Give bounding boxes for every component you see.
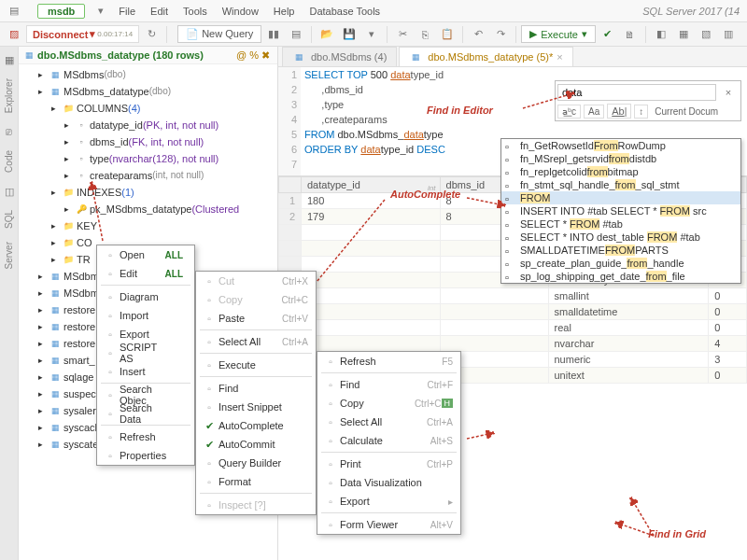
menu-item[interactable]: ✔ AutoCommit [196,435,316,454]
expand-icon[interactable]: ▸ [34,404,47,417]
autocomplete-item[interactable]: ▫INSERT INTO #tab SELECT * FROM src [501,204,740,217]
expand-icon[interactable]: ▸ [34,68,47,81]
rail-explorer[interactable]: Explorer [4,75,14,117]
menu-item[interactable]: ▫ Cut Ctrl+X [196,272,316,290]
rail-sql[interactable]: SQL [4,206,14,232]
find-sel-icon[interactable]: ↕ [634,105,648,119]
rail-icon2[interactable]: ⎚ [0,122,20,141]
tree-node[interactable]: ▸📁COLUMNS (4) [19,100,277,117]
menu-item[interactable]: ▫ Print Ctrl+P [317,455,460,473]
tree-node[interactable]: ▸📁KEY [19,217,277,234]
rail-code[interactable]: Code [4,147,14,176]
autocomplete-item[interactable]: ▫fn_stmt_sql_handle_from_sql_stmt [501,178,740,191]
autocomplete-popup[interactable]: ▫fn_GetRowsetIdFromRowDump▫fn_MSrepl_get… [500,138,741,284]
autocomplete-item[interactable]: ▫FROM [501,191,740,204]
menu-item[interactable]: ▫ Copy Ctrl+C [196,290,316,309]
expand-icon[interactable]: ▸ [60,152,73,165]
expand-icon[interactable]: ▸ [47,236,60,249]
menu-tools[interactable]: Tools [176,4,215,19]
cut-icon[interactable]: ✂ [392,25,413,44]
autocomplete-item[interactable]: ▫SELECT * INTO dest_table FROM #tab [501,231,740,244]
expand-icon[interactable]: ▸ [34,85,47,98]
grid-header[interactable]: datatype_idint [302,177,441,193]
autocomplete-item[interactable]: ▫fn_MSrepl_getsrvidfromdistdb [501,152,740,165]
find-word-icon[interactable]: Ab| [607,104,631,119]
find-regex-icon[interactable]: a͟ᵇc [557,105,581,119]
tree-node[interactable]: ▸▦MSdbms_datatype (dbo) [19,83,277,100]
find-in-editor[interactable]: × a͟ᵇc Aa Ab| ↕ Current Docum [555,80,741,121]
table-row[interactable]: smalldatetime0 [279,304,747,320]
expand-icon[interactable]: ▸ [34,354,47,367]
close-icon[interactable]: × [557,51,562,63]
menu-item[interactable]: ▫ Select All Ctrl+A [317,413,460,431]
menu-item[interactable]: ▫ Select All Ctrl+A [196,332,316,351]
menu-dbtools[interactable]: Database Tools [302,4,388,19]
table-row[interactable]: real0 [279,320,747,336]
menu-help[interactable]: Help [266,4,303,19]
editor-tab[interactable]: ▦ dbo.MSdbms (4) [282,47,397,66]
expand-icon[interactable]: ▸ [34,371,47,384]
autocomplete-item[interactable]: ▫sp_create_plan_guide_from_handle [501,257,740,270]
stop-icon[interactable]: ▨ [4,25,24,44]
expand-icon[interactable]: ▸ [34,337,47,350]
layout2-icon[interactable]: ▤ [286,25,306,44]
menu-item[interactable]: ▫ Properties [97,446,194,465]
menu-item[interactable]: ▫ Refresh [97,427,194,446]
expand-icon[interactable]: ▸ [47,186,60,199]
db-selector[interactable]: msdb [37,4,85,19]
menu-item[interactable]: ▫ Import [97,306,194,325]
menu-item[interactable]: ▫ Find [196,379,316,398]
autocomplete-item[interactable]: ▫sp_log_shipping_get_date_from_file [501,270,740,283]
plan-icon[interactable]: 🗎 [620,25,641,44]
expand-icon[interactable]: ▸ [47,102,60,115]
menu-item[interactable]: ▫ Calculate Alt+S [317,431,460,450]
tool1-icon[interactable]: ◧ [651,25,671,44]
menu-item[interactable]: ▫ Open ALL [97,245,194,264]
rail-icon[interactable]: ▦ [0,50,20,69]
menu-item[interactable]: ▫ Search Objec [97,385,194,404]
save-icon[interactable]: 💾 [339,25,359,44]
find-case-icon[interactable]: Aa [584,105,604,119]
layout-icon[interactable]: ▮▮ [263,25,284,44]
refresh-icon[interactable]: ↻ [141,25,162,44]
dropdown-icon[interactable]: ▾ [91,2,111,21]
expand-icon[interactable]: ▸ [60,119,73,132]
tool2-icon[interactable]: ▦ [673,25,694,44]
paste-icon[interactable]: 📋 [437,25,458,44]
context-menu-grid[interactable]: ▫ Refresh F5 ▫ Find Ctrl+F ▫ Copy Ctrl+C… [317,351,461,535]
context-menu-editor[interactable]: ▫ Cut Ctrl+X ▫ Copy Ctrl+C ▫ Paste Ctrl+… [195,271,317,515]
tree-node[interactable]: ▸▫type (nvarchar(128), not null) [19,150,277,167]
tree-node[interactable]: ▸▫dbms_id (FK, int, not null) [19,133,277,150]
tree-node[interactable]: ▸📁INDEXES (1) [19,184,277,201]
editor-tab-active[interactable]: ▦ dbo.MSdbms_datatype (5)* × [399,47,572,66]
menu-item[interactable]: ✔ AutoComplete [196,416,316,435]
expand-icon[interactable]: ▸ [34,270,47,283]
rail-icon3[interactable]: ◫ [0,182,20,201]
menu-item[interactable]: ▫ Export [97,325,194,343]
tree-node[interactable]: ▸▫datatype_id (PK, int, not null) [19,117,277,133]
tree-node[interactable]: ▸🔑pk_MSdbms_datatype (Clustered [19,201,277,217]
menu-item[interactable]: ▫ Diagram [97,287,194,306]
find-scope[interactable]: Current Docum [651,105,722,118]
autocomplete-item[interactable]: ▫fn_GetRowsetIdFromRowDump [501,139,740,152]
explorer-tab-title[interactable]: dbo.MSdbms_datatype (180 rows) [37,49,204,61]
menu-item[interactable]: ▫ Export ▸ [317,492,460,511]
table-row[interactable]: nvarchar4 [279,336,747,352]
redo-icon[interactable]: ↷ [490,25,511,44]
rail-server[interactable]: Server [4,238,14,273]
table-row[interactable]: smallint0 [279,288,747,304]
menu-item[interactable]: ▫ Find Ctrl+F [317,375,460,394]
menu-item[interactable]: ▫ Form Viewer Alt+V [317,515,460,534]
menu-item[interactable]: ▫ Data Visualization [317,473,460,492]
tree-node[interactable]: ▸▫createparams (int, not null) [19,167,277,184]
autocomplete-item[interactable]: ▫SMALLDATETIMEFROMPARTS [501,244,740,257]
disconnect-button[interactable]: Disconnect▾ 0.00:17:14 [26,25,139,43]
check-icon[interactable]: ✔ [598,25,618,44]
tree-node[interactable]: ▸▦MSdbms (dbo) [19,66,277,83]
tool4-icon[interactable]: ▥ [718,25,739,44]
menu-item[interactable]: ▫ Query Builder [196,454,316,472]
copy-icon[interactable]: ⎘ [415,25,435,44]
close-icon[interactable]: × [718,83,739,102]
menu-item[interactable]: ▫ Search Data [97,404,194,423]
expand-icon[interactable]: ▸ [34,387,47,400]
